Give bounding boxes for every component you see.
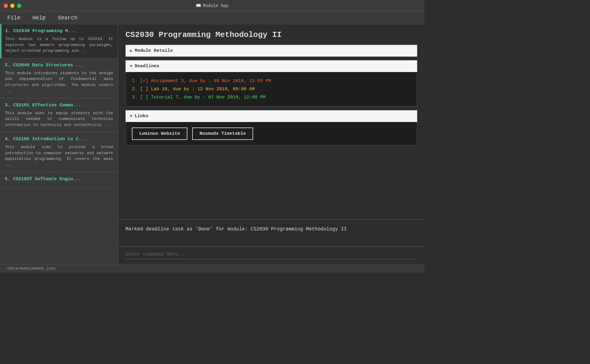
module-title-5: 5. CS2103T Software Engin...: [5, 177, 113, 182]
deadline-item-3: 3. [ ] Tutorial 7, due by : 07 Nov 2019,…: [132, 93, 411, 101]
status-message: Marked deadline task as 'Done' for modul…: [126, 227, 347, 232]
deadline-item-1: 1. [✓] Assignment 3, due by : 09 Nov 201…: [132, 77, 411, 85]
sidebar-item-module-2[interactable]: 2. CS2040 Data Structures ... This modul…: [0, 58, 118, 98]
close-button[interactable]: [4, 4, 8, 8]
links-arrow: ▼: [130, 114, 132, 118]
minimize-button[interactable]: [10, 4, 15, 8]
links-header[interactable]: ▼ Links: [126, 110, 417, 122]
command-area: [118, 247, 424, 264]
sidebar-item-module-1[interactable]: 1. CS2030 Programming M... This module i…: [0, 24, 118, 58]
nusmods-button[interactable]: Nusmods Timetable: [192, 127, 253, 140]
deadline-item-2: 2. [ ] Lab 10, due by : 12 Nov 2019, 09:…: [132, 85, 411, 93]
module-desc-3: This module aims to equip students with …: [5, 110, 113, 128]
sidebar: 1. CS2030 Programming M... This module i…: [0, 24, 118, 264]
module-details-section: ▶ Module Details: [126, 45, 417, 57]
module-details-label: Module Details: [135, 48, 173, 53]
module-title-3: 3. CS2101 Effective Commu...: [5, 103, 113, 108]
module-desc-2: This module introduces students to the d…: [5, 70, 113, 94]
command-input[interactable]: [126, 250, 417, 259]
titlebar: 📖 Module App: [0, 0, 424, 12]
maximize-button[interactable]: [17, 4, 21, 8]
menu-help[interactable]: Help: [30, 14, 48, 22]
status-area: Marked deadline task as 'Done' for modul…: [118, 219, 424, 247]
links-body: Luminus Website Nusmods Timetable: [126, 122, 417, 146]
menu-search[interactable]: Search: [55, 14, 80, 22]
links-section: ▼ Links Luminus Website Nusmods Timetabl…: [126, 110, 417, 146]
menubar: File Help Search: [0, 12, 424, 24]
module-title-1: 1. CS2030 Programming M...: [5, 28, 113, 34]
module-title-4: 4. CS2105 Introduction to C...: [5, 137, 113, 142]
deadlines-section: ▼ Deadlines 1. [✓] Assignment 3, due by …: [126, 60, 417, 107]
luminus-button[interactable]: Luminus Website: [132, 127, 187, 140]
menu-file[interactable]: File: [5, 14, 23, 22]
deadlines-header[interactable]: ▼ Deadlines: [126, 60, 417, 72]
module-desc-4: This module aims to provide a broad intr…: [5, 144, 113, 168]
content-main: CS2030 Programming Methodology II ▶ Modu…: [118, 24, 424, 219]
module-desc-1: This module is a follow up to CS1010. It…: [5, 36, 113, 54]
deadlines-body: 1. [✓] Assignment 3, due by : 09 Nov 201…: [126, 72, 417, 107]
main-area: 1. CS2030 Programming M... This module i…: [0, 24, 424, 264]
app-icon: 📖: [196, 3, 201, 8]
content-panel: CS2030 Programming Methodology II ▶ Modu…: [118, 24, 424, 264]
sidebar-item-module-4[interactable]: 4. CS2105 Introduction to C... This modu…: [0, 132, 118, 172]
status-path: ./data/modulebook.json: [4, 266, 56, 271]
sidebar-item-module-5[interactable]: 5. CS2103T Software Engin...: [0, 172, 118, 189]
deadlines-label: Deadlines: [135, 64, 159, 69]
deadlines-arrow: ▼: [130, 64, 132, 68]
module-heading: CS2030 Programming Methodology II: [126, 30, 417, 39]
links-label: Links: [135, 114, 148, 119]
module-details-arrow: ▶: [130, 48, 132, 53]
window-controls[interactable]: [4, 4, 21, 8]
module-title-2: 2. CS2040 Data Structures ...: [5, 63, 113, 68]
module-details-header[interactable]: ▶ Module Details: [126, 45, 417, 57]
sidebar-item-module-3[interactable]: 3. CS2101 Effective Commu... This module…: [0, 98, 118, 133]
status-bar: ./data/modulebook.json: [0, 264, 424, 273]
window-title: 📖 Module App: [196, 3, 228, 8]
